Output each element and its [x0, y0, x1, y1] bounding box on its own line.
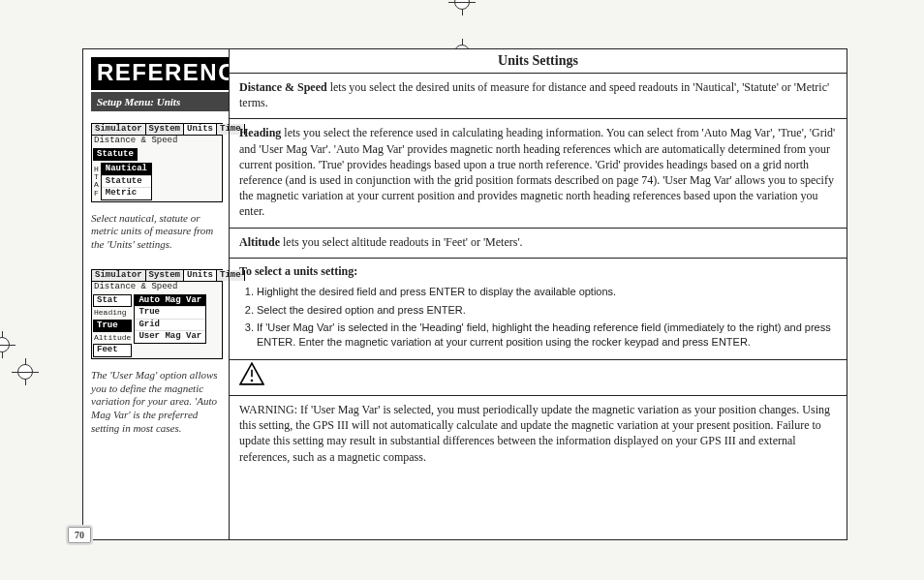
steps-list: Highlight the desired field and press EN…	[230, 279, 847, 360]
opt-statute: Statute	[102, 176, 151, 188]
tab2-system: System	[146, 270, 184, 281]
opt-nautical: Nautical	[102, 164, 151, 175]
heading-lead: Heading	[239, 126, 281, 139]
crop-mark-top	[448, 0, 476, 15]
para-heading: Heading lets you select the reference us…	[230, 119, 847, 228]
opt-true: True	[135, 307, 205, 319]
opt-automagvar: Auto Mag Var	[135, 295, 205, 307]
opt-grid: Grid	[135, 320, 205, 331]
caption-heading: The 'User Mag' option allows you to defi…	[91, 369, 223, 436]
crop-mark-right	[12, 358, 39, 385]
tab-system: System	[146, 124, 184, 135]
distance-speed-label: Distance & Speed	[92, 136, 222, 146]
heading-label2: Heading	[92, 308, 133, 318]
page-number: 70	[68, 527, 91, 543]
opt-usermagvar: User Mag Var	[135, 331, 205, 342]
heading-dropdown: Auto Mag Var True Grid User Mag Var	[134, 294, 206, 344]
para-altitude: Altitude lets you select altitude readou…	[230, 229, 847, 259]
tab-units: Units	[184, 124, 217, 135]
device-screenshot-heading: Simulator System Units Time Distance & S…	[91, 269, 223, 359]
side-label-f: F	[94, 190, 99, 198]
distance-lead: Distance & Speed	[239, 80, 327, 94]
crop-mark-left	[0, 331, 15, 358]
steps-heading: To select a units setting:	[230, 259, 847, 279]
para-distance: Distance & Speed lets you select the des…	[230, 74, 847, 119]
heading-text: lets you select the reference used in ca…	[239, 126, 835, 218]
warning-icon	[239, 362, 264, 389]
distance-text: lets you select the desired units of mea…	[239, 80, 829, 109]
warning-icon-row	[230, 360, 847, 396]
tab2-simulator: Simulator	[92, 270, 146, 281]
distance-value2: Stat	[93, 294, 132, 307]
opt-metric: Metric	[102, 188, 151, 198]
submenu-label: Setup Menu: Units	[91, 92, 229, 111]
distance-speed-value: Statute	[93, 148, 138, 161]
section-title: Units Settings	[230, 49, 847, 74]
step-2: Select the desired option and press ENTE…	[257, 303, 837, 318]
caption-units: Select nautical, statute or metric units…	[91, 212, 223, 252]
units-dropdown: Nautical Statute Metric	[101, 163, 152, 199]
page-title: REFERENCE	[91, 57, 229, 90]
distance-label2: Distance & Speed	[92, 282, 222, 292]
svg-point-1	[251, 380, 254, 382]
left-column: REFERENCE Setup Menu: Units Simulator Sy…	[83, 49, 229, 539]
page-frame: REFERENCE Setup Menu: Units Simulator Sy…	[82, 48, 847, 540]
altitude-value2: Feet	[93, 344, 132, 356]
step-3: If 'User Mag Var' is selected in the 'He…	[257, 321, 837, 350]
warning-text: WARNING: If 'User Mag Var' is selected, …	[230, 396, 847, 473]
heading-value2: True	[93, 320, 132, 332]
altitude-text: lets you select altitude readouts in 'Fe…	[280, 235, 523, 249]
altitude-lead: Altitude	[239, 235, 280, 249]
tab-simulator: Simulator	[92, 124, 146, 135]
right-column: Units Settings Distance & Speed lets you…	[229, 49, 847, 539]
tab2-units: Units	[184, 270, 217, 281]
altitude-label2: Altitude	[92, 333, 133, 343]
device-screenshot-units: Simulator System Units Time Distance & S…	[91, 123, 223, 202]
step-1: Highlight the desired field and press EN…	[257, 285, 837, 299]
